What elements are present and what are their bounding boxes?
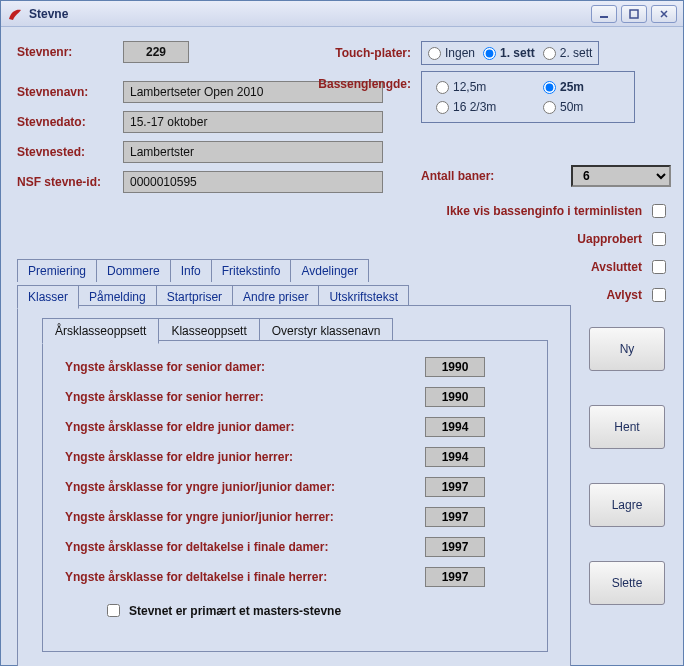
year-row: Yngste årsklasse for yngre junior/junior… bbox=[65, 507, 535, 527]
lanes-select[interactable]: 6 bbox=[571, 165, 671, 187]
tab-premiering[interactable]: Premiering bbox=[17, 259, 97, 282]
tab-dommere[interactable]: Dommere bbox=[96, 259, 171, 282]
tab-fritekstinfo[interactable]: Fritekstinfo bbox=[211, 259, 292, 282]
window-title: Stevne bbox=[29, 7, 591, 21]
pool-group: 12,5m25m16 2/3m50m bbox=[421, 71, 635, 123]
check-avsluttet[interactable]: Avsluttet bbox=[423, 257, 669, 277]
year-row: Yngste årsklasse for senior herrer:1990 bbox=[65, 387, 535, 407]
minimize-button[interactable] bbox=[591, 5, 617, 23]
year-label: Yngste årsklasse for senior damer: bbox=[65, 360, 425, 374]
year-row: Yngste årsklasse for deltakelse i finale… bbox=[65, 567, 535, 587]
stevnenr-label: Stevnenr: bbox=[17, 45, 123, 59]
stevnenr-value: 229 bbox=[123, 41, 189, 63]
svg-rect-1 bbox=[630, 10, 638, 18]
year-value: 1997 bbox=[425, 567, 485, 587]
tab-avdelinger[interactable]: Avdelinger bbox=[290, 259, 368, 282]
tabs-upper: PremieringDommereInfoFritekstinfoAvdelin… bbox=[17, 259, 368, 282]
year-label: Yngste årsklasse for yngre junior/junior… bbox=[65, 480, 425, 494]
nsfid-value: 0000010595 bbox=[123, 171, 383, 193]
window: Stevne Stevnenr: 229 Stevnenavn: Lambert… bbox=[0, 0, 684, 666]
year-row: Yngste årsklasse for eldre junior damer:… bbox=[65, 417, 535, 437]
year-label: Yngste årsklasse for yngre junior/junior… bbox=[65, 510, 425, 524]
nsfid-label: NSF stevne-id: bbox=[17, 175, 123, 189]
tab-klasser[interactable]: Klasser bbox=[17, 285, 79, 309]
year-row: Yngste årsklasse for senior damer:1990 bbox=[65, 357, 535, 377]
year-value: 1997 bbox=[425, 537, 485, 557]
check-uapprobert[interactable]: Uapprobert bbox=[423, 229, 669, 249]
year-label: Yngste årsklasse for senior herrer: bbox=[65, 390, 425, 404]
subtab[interactable]: Årsklasseoppsett bbox=[42, 318, 159, 344]
pool-option[interactable]: 16 2/3m bbox=[436, 100, 513, 114]
pool-option[interactable]: 12,5m bbox=[436, 80, 513, 94]
tab-info[interactable]: Info bbox=[170, 259, 212, 282]
maximize-button[interactable] bbox=[621, 5, 647, 23]
ny-button[interactable]: Ny bbox=[589, 327, 665, 371]
touch-option[interactable]: 1. sett bbox=[483, 46, 535, 60]
pool-label: Bassenglengde: bbox=[291, 77, 411, 91]
check-hide-pool[interactable]: Ikke vis bassenginfo i terminlisten bbox=[423, 201, 669, 221]
year-value: 1994 bbox=[425, 417, 485, 437]
subpanel-arsklasse: Yngste årsklasse for senior damer:1990Yn… bbox=[42, 340, 548, 652]
pool-option[interactable]: 50m bbox=[543, 100, 620, 114]
year-label: Yngste årsklasse for deltakelse i finale… bbox=[65, 570, 425, 584]
touch-option[interactable]: 2. sett bbox=[543, 46, 593, 60]
year-value: 1997 bbox=[425, 507, 485, 527]
year-value: 1997 bbox=[425, 477, 485, 497]
titlebar: Stevne bbox=[1, 1, 683, 27]
touch-option[interactable]: Ingen bbox=[428, 46, 475, 60]
panel-klasser: ÅrsklasseoppsettKlasseoppsettOverstyr kl… bbox=[17, 305, 571, 666]
stevnested-label: Stevnested: bbox=[17, 145, 123, 159]
year-label: Yngste årsklasse for eldre junior damer: bbox=[65, 420, 425, 434]
stevnested-value: Lambertster bbox=[123, 141, 383, 163]
year-row: Yngste årsklasse for eldre junior herrer… bbox=[65, 447, 535, 467]
pool-option[interactable]: 25m bbox=[543, 80, 620, 94]
content: Stevnenr: 229 Stevnenavn: Lambertseter O… bbox=[1, 27, 683, 665]
stevnedato-label: Stevnedato: bbox=[17, 115, 123, 129]
lanes-label: Antall baner: bbox=[421, 169, 494, 183]
stevnenavn-label: Stevnenavn: bbox=[17, 85, 123, 99]
close-button[interactable] bbox=[651, 5, 677, 23]
slette-button[interactable]: Slette bbox=[589, 561, 665, 605]
year-row: Yngste årsklasse for yngre junior/junior… bbox=[65, 477, 535, 497]
year-value: 1990 bbox=[425, 387, 485, 407]
check-avlyst[interactable]: Avlyst bbox=[423, 285, 669, 305]
year-value: 1990 bbox=[425, 357, 485, 377]
year-row: Yngste årsklasse for deltakelse i finale… bbox=[65, 537, 535, 557]
hent-button[interactable]: Hent bbox=[589, 405, 665, 449]
masters-check[interactable]: Stevnet er primært et masters-stevne bbox=[103, 601, 535, 620]
svg-rect-0 bbox=[600, 16, 608, 18]
touch-group: Ingen1. sett2. sett bbox=[421, 41, 599, 65]
lagre-button[interactable]: Lagre bbox=[589, 483, 665, 527]
year-label: Yngste årsklasse for eldre junior herrer… bbox=[65, 450, 425, 464]
year-label: Yngste årsklasse for deltakelse i finale… bbox=[65, 540, 425, 554]
app-icon bbox=[7, 6, 23, 22]
touch-label: Touch-plater: bbox=[291, 46, 411, 60]
year-value: 1994 bbox=[425, 447, 485, 467]
